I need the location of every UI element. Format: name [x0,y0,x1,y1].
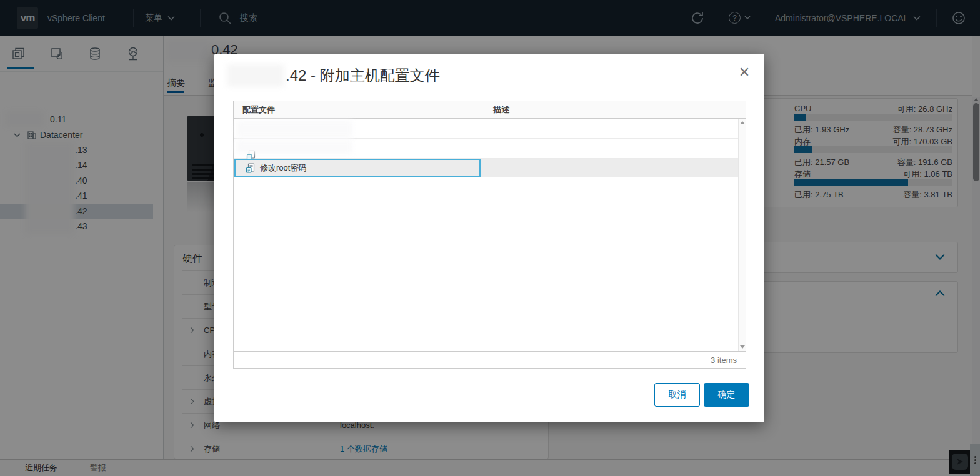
datagrid-body: 修改root密码 [233,119,746,351]
profile-row-redacted[interactable] [234,139,738,159]
close-icon[interactable]: ✕ [737,65,752,80]
vsphere-client-window: vm vSphere Client 菜单 搜索 ? Administrator@… [0,0,980,476]
redacted-blur [236,121,352,137]
scroll-up-arrow[interactable] [740,121,745,124]
selected-profile-cell[interactable]: 修改root密码 [234,159,481,177]
redacted-blur [236,140,352,154]
column-header-description[interactable]: 描述 [484,101,746,118]
profile-row-selected[interactable]: 修改root密码 [234,159,738,177]
dialog-title: .42 - 附加主机配置文件 [227,64,440,87]
datagrid-scrollbar[interactable] [738,119,746,351]
item-count: 3 items [711,355,737,365]
redacted-blur [227,64,284,87]
column-header-profile[interactable]: 配置文件 [234,101,484,118]
datagrid-header: 配置文件 描述 [233,101,746,119]
ok-button[interactable]: 确定 [704,383,749,407]
datagrid-footer: 3 items [233,351,746,369]
dialog-title-text: .42 - 附加主机配置文件 [286,66,440,86]
attach-host-profile-dialog: .42 - 附加主机配置文件 ✕ 配置文件 描述 修改root密码 [214,54,764,422]
profiles-datagrid: 配置文件 描述 修改root密码 [233,101,746,369]
scroll-down-arrow[interactable] [740,345,745,349]
cancel-button[interactable]: 取消 [654,383,700,407]
profile-name: 修改root密码 [260,162,306,174]
profile-row-redacted[interactable] [234,119,738,139]
host-profile-icon [246,163,256,173]
